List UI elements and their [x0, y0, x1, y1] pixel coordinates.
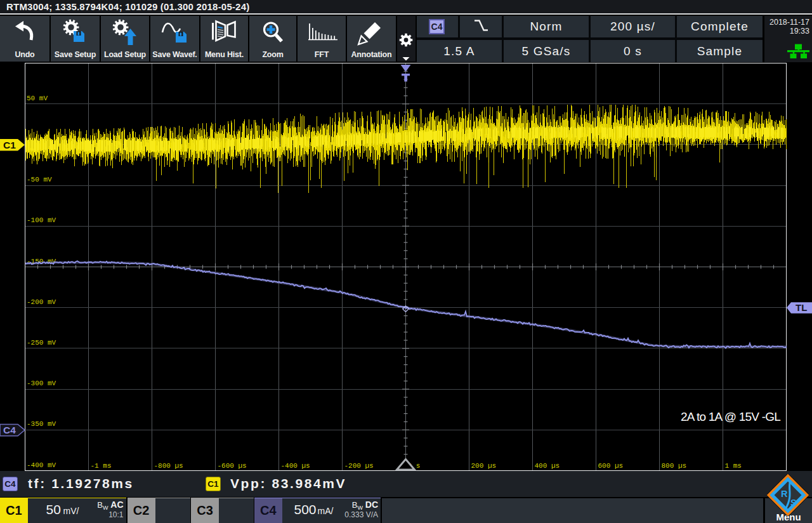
- svg-text:200 µs: 200 µs: [471, 462, 497, 470]
- svg-text:50 mV: 50 mV: [27, 95, 48, 102]
- svg-text:C1: C1: [3, 140, 16, 150]
- svg-text:400 µs: 400 µs: [535, 462, 560, 470]
- svg-text:-350 mV: -350 mV: [27, 420, 56, 428]
- svg-text:2A to 1A @ 15V -GL: 2A to 1A @ 15V -GL: [681, 410, 780, 423]
- svg-text:-400 µs: -400 µs: [281, 462, 310, 470]
- svg-text:-50 mV: -50 mV: [27, 176, 52, 183]
- svg-text:1 ms: 1 ms: [725, 462, 742, 470]
- svg-text:C4: C4: [3, 425, 16, 435]
- svg-text:TL: TL: [796, 302, 807, 313]
- svg-text:-600 µs: -600 µs: [218, 462, 247, 470]
- svg-text:-200 mV: -200 mV: [27, 298, 56, 306]
- svg-text:-100 mV: -100 mV: [27, 216, 56, 224]
- svg-text:-300 mV: -300 mV: [27, 380, 56, 387]
- svg-text:S: S: [790, 498, 797, 508]
- svg-text:-1 ms: -1 ms: [91, 462, 112, 470]
- svg-text:800 µs: 800 µs: [662, 462, 687, 470]
- svg-text:-250 mV: -250 mV: [27, 339, 56, 347]
- svg-text:R: R: [781, 489, 788, 499]
- svg-text:-400 mV: -400 mV: [27, 461, 56, 469]
- svg-text:-800 µs: -800 µs: [154, 462, 183, 470]
- svg-text:-200 µs: -200 µs: [344, 462, 374, 470]
- svg-text:600 µs: 600 µs: [598, 462, 624, 470]
